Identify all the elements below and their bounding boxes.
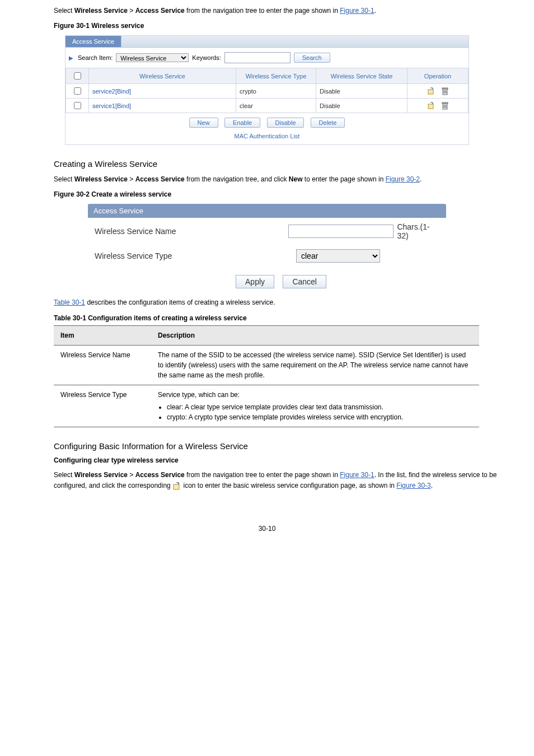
text: from the navigation tree to enter the pa… bbox=[185, 7, 340, 15]
figure-link[interactable]: Figure 30-1 bbox=[340, 471, 374, 479]
col-operation: Operation bbox=[407, 68, 469, 84]
cancel-button[interactable]: Cancel bbox=[283, 275, 326, 288]
screenshot-create-service: Access Service Wireless Service Name Cha… bbox=[88, 204, 446, 292]
service-type-label: Wireless Service Type bbox=[95, 251, 296, 260]
text: from the navigation tree, and click bbox=[185, 175, 289, 183]
text: . bbox=[374, 7, 376, 15]
delete-icon[interactable] bbox=[439, 87, 451, 94]
svg-rect-8 bbox=[442, 102, 448, 104]
text: > bbox=[128, 175, 135, 183]
service-type: clear bbox=[236, 99, 316, 113]
disable-button[interactable]: Disable bbox=[267, 118, 305, 128]
search-item-label: Search Item: bbox=[78, 54, 113, 61]
col-item: Item bbox=[54, 325, 151, 345]
service-type-select[interactable]: clear bbox=[296, 249, 380, 263]
search-button[interactable]: Search bbox=[294, 53, 330, 63]
figure-label: Figure 30-1 Wireless service bbox=[54, 22, 144, 30]
table-link[interactable]: Table 30-1 bbox=[54, 298, 85, 306]
triangle-icon: ▶ bbox=[69, 55, 73, 61]
svg-rect-6 bbox=[428, 104, 433, 109]
delete-button[interactable]: Delete bbox=[311, 118, 345, 128]
screenshot-access-service-list: Access Service ▶ Search Item: Wireless S… bbox=[65, 35, 469, 145]
figure-link[interactable]: Figure 30-1 bbox=[340, 7, 374, 15]
figure-link[interactable]: Figure 30-2 bbox=[386, 175, 420, 183]
service-name-label: Wireless Service Name bbox=[95, 227, 288, 236]
text-bold: Wireless Service bbox=[74, 471, 128, 479]
svg-rect-0 bbox=[428, 90, 433, 94]
row-checkbox[interactable] bbox=[74, 87, 81, 95]
sub-heading: Configuring clear type wireless service bbox=[54, 456, 179, 464]
new-button[interactable]: New bbox=[189, 118, 218, 128]
keywords-input[interactable] bbox=[224, 52, 291, 63]
table-row: service1[Bind] clear Disable bbox=[66, 99, 469, 113]
edit-icon[interactable] bbox=[425, 87, 437, 94]
text-bold: Wireless Service bbox=[74, 7, 128, 15]
mac-auth-list-link[interactable]: MAC Authentication List bbox=[235, 133, 300, 139]
edit-icon[interactable] bbox=[425, 102, 437, 109]
text: > bbox=[128, 7, 135, 15]
text: Select bbox=[54, 175, 74, 183]
text-bold: Access Service bbox=[135, 471, 185, 479]
text: Select bbox=[54, 471, 74, 479]
col-description: Description bbox=[151, 325, 479, 345]
text: to enter the page shown in bbox=[303, 175, 386, 183]
row-checkbox[interactable] bbox=[74, 102, 81, 109]
config-items-table: Item Description Wireless Service Name T… bbox=[54, 325, 479, 427]
svg-rect-2 bbox=[442, 88, 448, 89]
section-heading: Configuring Basic Information for a Wire… bbox=[28, 441, 506, 451]
service-type: crypto bbox=[236, 84, 316, 99]
svg-rect-12 bbox=[174, 484, 179, 489]
figure-label: Figure 30-2 Create a wireless service bbox=[54, 190, 171, 198]
service-name-input[interactable] bbox=[288, 225, 394, 238]
keywords-label: Keywords: bbox=[192, 54, 221, 61]
col-service: Wireless Service bbox=[89, 68, 236, 84]
item-desc: Service type, which can be: clear: A cle… bbox=[151, 385, 479, 427]
page-number: 30-10 bbox=[28, 525, 506, 533]
text-bold: Wireless Service bbox=[74, 175, 128, 183]
col-state: Wireless Service State bbox=[316, 68, 407, 84]
enable-button[interactable]: Enable bbox=[224, 118, 260, 128]
service-name-link[interactable]: service2[Bind] bbox=[89, 84, 236, 99]
text: Select bbox=[54, 7, 74, 15]
figure-link[interactable]: Figure 30-3 bbox=[396, 482, 430, 489]
text: describes the configuration items of cre… bbox=[85, 298, 275, 306]
edit-icon bbox=[172, 482, 181, 489]
chars-hint: Chars.(1-32) bbox=[397, 222, 439, 240]
table-caption: Table 30-1 Configuration items of creati… bbox=[54, 314, 247, 322]
service-table: Wireless Service Wireless Service Type W… bbox=[65, 68, 469, 113]
search-item-select[interactable]: Wireless Service bbox=[116, 53, 189, 62]
text-bold: Access Service bbox=[135, 7, 185, 15]
text-bold: New bbox=[289, 175, 303, 183]
tab-access-service[interactable]: Access Service bbox=[88, 204, 446, 218]
service-state: Disable bbox=[316, 99, 407, 113]
item-name: Wireless Service Type bbox=[54, 385, 151, 427]
col-type: Wireless Service Type bbox=[236, 68, 316, 84]
service-name-link[interactable]: service1[Bind] bbox=[89, 99, 236, 113]
text: from the navigation tree to enter the pa… bbox=[185, 471, 340, 479]
text: icon to enter the basic wireless service… bbox=[181, 482, 396, 489]
text: . bbox=[431, 482, 433, 489]
apply-button[interactable]: Apply bbox=[236, 275, 274, 288]
item-desc: The name of the SSID to be accessed (the… bbox=[151, 345, 479, 385]
text: . bbox=[420, 175, 421, 183]
table-row: service2[Bind] crypto Disable bbox=[66, 84, 469, 99]
text-bold: Access Service bbox=[135, 175, 185, 183]
section-heading: Creating a Wireless Service bbox=[28, 159, 506, 169]
delete-icon[interactable] bbox=[439, 102, 451, 109]
tab-access-service[interactable]: Access Service bbox=[65, 36, 121, 47]
text: > bbox=[128, 471, 135, 479]
service-state: Disable bbox=[316, 84, 407, 99]
item-name: Wireless Service Name bbox=[54, 345, 151, 385]
select-all-checkbox[interactable] bbox=[74, 72, 81, 80]
